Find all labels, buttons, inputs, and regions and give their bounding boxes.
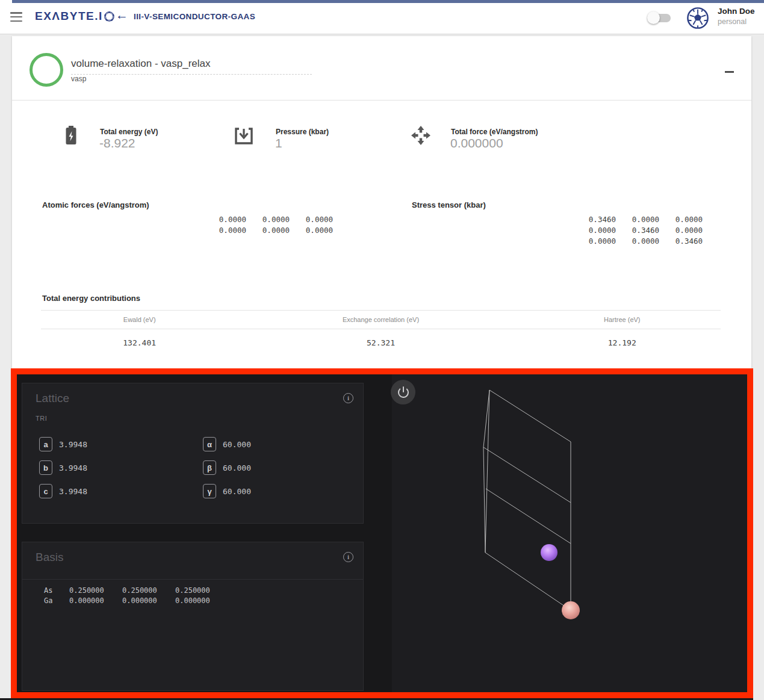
stress-tensor-title: Stress tensor (kbar) <box>412 200 486 209</box>
job-status-ring <box>30 53 63 87</box>
metric-value: 1 <box>275 136 282 150</box>
metric-label: Total force (eV/angstrom) <box>451 128 538 136</box>
metric-value: 0.000000 <box>450 136 503 150</box>
material-viewer-section: Lattice i TRI a 3.9948 b 3.9948 c 3.9948… <box>11 368 753 698</box>
matrix-cell: 0.3460 <box>659 236 703 247</box>
matrix-cell: 0.0000 <box>246 225 290 236</box>
page-root: EXΛBYTE.I ← III-V-SEMICONDUCTOR-GAAS Joh… <box>0 0 764 700</box>
toggle-knob <box>647 11 660 24</box>
column-header: Ewald (eV) <box>41 316 238 323</box>
top-accent-bar <box>12 0 764 3</box>
matrix-cell: 0.0000 <box>616 214 659 225</box>
job-results-card: volume-relaxation - vasp_relax vasp Tota… <box>12 36 751 368</box>
metric-label: Pressure (kbar) <box>276 128 329 136</box>
matrix-cell: 0.0000 <box>659 214 703 225</box>
stress-tensor-matrix: 0.3460 0.0000 0.0000 0.0000 0.3460 0.000… <box>573 214 703 247</box>
menu-icon[interactable] <box>10 12 22 22</box>
navbar: EXΛBYTE.I ← III-V-SEMICONDUCTOR-GAAS Joh… <box>0 0 764 34</box>
atom-sphere-purple[interactable] <box>541 544 557 561</box>
user-name: John Doe <box>718 7 755 16</box>
logo-text: EXΛBYTE.I <box>35 10 103 23</box>
matrix-cell: 0.0000 <box>573 225 616 236</box>
atom-sphere-pink[interactable] <box>562 601 580 619</box>
user-meta[interactable]: John Doe personal <box>718 7 755 26</box>
job-engine: vasp <box>71 75 86 83</box>
matrix-cell: 0.0000 <box>203 214 246 225</box>
matrix-cell: 0.3460 <box>616 225 659 236</box>
matrix-cell: 0.0000 <box>573 236 616 247</box>
matrix-cell: 0.0000 <box>290 225 333 236</box>
table-cell: 132.401 <box>41 338 238 347</box>
logo[interactable]: EXΛBYTE.I <box>35 10 115 23</box>
energy-contributions-table: Ewald (eV) Exchange correlation (eV) Har… <box>41 310 721 347</box>
table-header-row: Ewald (eV) Exchange correlation (eV) Har… <box>41 310 721 329</box>
divider <box>12 100 751 101</box>
matrix-cell: 0.3460 <box>573 214 616 225</box>
column-header: Hartree (eV) <box>524 316 721 323</box>
job-title[interactable]: volume-relaxation - vasp_relax <box>71 58 312 75</box>
breadcrumb[interactable]: III-V-SEMICONDUCTOR-GAAS <box>134 12 255 21</box>
back-arrow-icon[interactable]: ← <box>116 8 128 22</box>
metric-value: -8.922 <box>99 136 135 150</box>
matrix-cell: 0.0000 <box>290 214 333 225</box>
atomic-forces-title: Atomic forces (eV/angstrom) <box>42 200 149 209</box>
table-value-row: 132.401 52.321 12.192 <box>41 329 721 347</box>
matrix-cell: 0.0000 <box>246 214 290 225</box>
matrix-cell: 0.0000 <box>203 225 246 236</box>
matrix-cell: 0.0000 <box>616 236 659 247</box>
table-cell: 52.321 <box>238 338 523 347</box>
atomic-forces-matrix: 0.0000 0.0000 0.0000 0.0000 0.0000 0.000… <box>203 214 333 236</box>
theme-toggle[interactable] <box>650 14 671 22</box>
atom-icon <box>104 11 115 22</box>
metric-label: Total energy (eV) <box>100 128 158 136</box>
battery-icon <box>64 125 78 146</box>
column-header: Exchange correlation (eV) <box>238 316 523 323</box>
matrix-cell: 0.0000 <box>659 225 703 236</box>
unit-cell-wireframe <box>483 390 571 610</box>
user-account: personal <box>718 18 755 26</box>
table-cell: 12.192 <box>524 338 721 347</box>
collapse-button[interactable] <box>725 71 734 73</box>
move-arrows-icon <box>411 125 431 146</box>
crystal-3d-canvas[interactable] <box>17 374 747 692</box>
download-icon <box>234 126 254 146</box>
avatar[interactable] <box>686 7 709 29</box>
energy-contributions-title: Total energy contributions <box>42 294 140 303</box>
